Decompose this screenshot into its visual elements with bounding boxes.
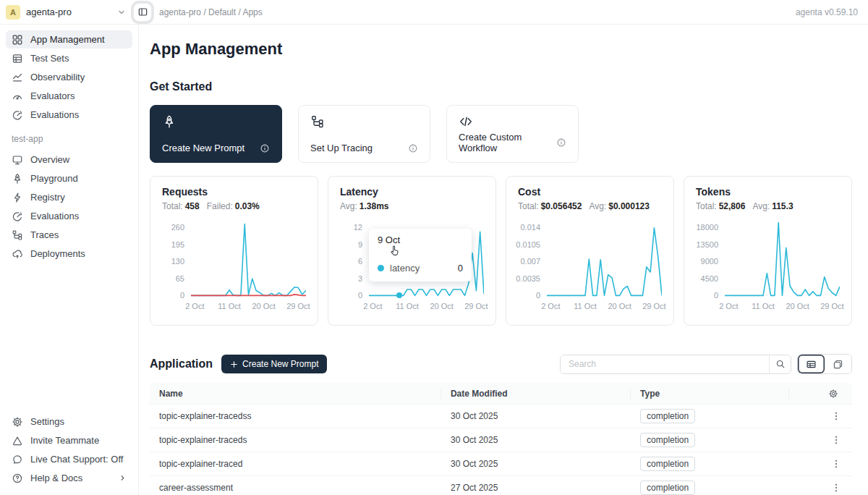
table-row[interactable]: topic-explainer-tracedss 30 Oct 2025 com… — [150, 404, 852, 428]
info-icon[interactable] — [556, 138, 566, 148]
help-icon — [12, 473, 23, 484]
sidebar-item-label: Traces — [30, 229, 59, 240]
sidebar-item-help-docs[interactable]: Help & Docs — [6, 469, 132, 487]
column-header-name[interactable]: Name — [150, 388, 441, 399]
sidebar-item-playground[interactable]: Playground — [6, 169, 132, 187]
view-toggle — [797, 354, 852, 374]
sidebar-item-traces[interactable]: Traces — [6, 226, 132, 244]
y-axis-label: 18000 — [696, 224, 718, 232]
create-new-prompt-card[interactable]: Create New Prompt — [150, 105, 282, 163]
row-menu-icon[interactable] — [829, 481, 843, 495]
tracing-icon — [310, 114, 325, 129]
tokens-line — [725, 223, 840, 296]
card-label: Create Custom Workflow — [459, 132, 556, 153]
date-modified-cell: 30 Oct 2025 — [441, 435, 631, 445]
card-view-button[interactable] — [825, 355, 851, 373]
sidebar-item-label: Settings — [30, 416, 64, 427]
lightning-icon — [12, 192, 23, 203]
chart-plot[interactable] — [725, 221, 840, 297]
column-header-type[interactable]: Type — [631, 388, 788, 399]
chart-title: Latency — [340, 186, 484, 198]
sidebar-item-test-sets[interactable]: Test Sets — [6, 49, 132, 67]
column-settings-gear-icon[interactable] — [826, 386, 841, 401]
create-custom-workflow-card[interactable]: Create Custom Workflow — [446, 105, 579, 163]
code-icon — [459, 114, 473, 129]
type-badge: completion — [640, 457, 695, 471]
info-icon[interactable] — [408, 143, 418, 153]
chat-icon — [12, 454, 23, 465]
rocket-icon — [162, 114, 176, 129]
app-root: A agenta-pro agenta-pro / Default / Apps… — [0, 0, 868, 495]
row-menu-icon[interactable] — [829, 457, 843, 471]
application-title: Application — [150, 358, 213, 371]
requests-chart-card: Requests Total:458 Failed:0.03% 26019513… — [150, 176, 318, 326]
date-modified-cell: 30 Oct 2025 — [441, 411, 631, 421]
y-axis-label: 13500 — [696, 241, 718, 249]
sidebar-item-evaluators[interactable]: Evaluators — [6, 87, 132, 105]
search-button[interactable] — [769, 355, 791, 373]
sidebar-item-live-chat[interactable]: Live Chat Support: Off — [6, 450, 132, 468]
table-row[interactable]: topic-explainer-traced 30 Oct 2025 compl… — [150, 452, 852, 475]
sidebar-item-label: Help & Docs — [30, 473, 82, 483]
info-icon[interactable] — [260, 143, 270, 153]
y-axis-label: 0.007 — [520, 258, 540, 266]
x-axis-label: 11 Oct — [396, 302, 419, 310]
x-axis-label: 29 Oct — [286, 302, 310, 310]
search-box — [560, 355, 791, 374]
branch-icon — [12, 229, 23, 241]
table-header: Name Date Modified Type — [150, 383, 852, 404]
requests-line — [191, 224, 306, 296]
triangle-icon — [12, 435, 23, 447]
y-axis-label: 9000 — [701, 258, 718, 266]
sidebar-item-settings[interactable]: Settings — [6, 412, 132, 431]
column-header-date-modified[interactable]: Date Modified — [441, 388, 631, 399]
sidebar-item-label: Evaluations — [30, 109, 79, 120]
workspace-selector[interactable]: A agenta-pro — [6, 5, 133, 20]
table-view-button[interactable] — [798, 355, 825, 373]
row-menu-icon[interactable] — [829, 433, 843, 447]
sidebar-item-invite-teammate[interactable]: Invite Teammate — [6, 431, 132, 449]
chart-plot[interactable] — [547, 221, 662, 297]
table-row[interactable]: topic-explainer-traceds 30 Oct 2025 comp… — [150, 428, 852, 452]
table-view-icon — [806, 359, 817, 370]
x-axis: 2 Oct11 Oct20 Oct29 Oct — [191, 302, 306, 312]
table-icon — [12, 53, 23, 64]
set-up-tracing-card[interactable]: Set Up Tracing — [298, 105, 430, 163]
y-axis-label: 260 — [171, 224, 184, 232]
table-row[interactable]: career-assessment 27 Oct 2025 completion — [150, 475, 852, 495]
gauge-icon — [12, 90, 23, 102]
chart-title: Cost — [518, 186, 662, 198]
x-axis: 2 Oct11 Oct20 Oct29 Oct — [725, 302, 840, 312]
sidebar-item-evaluations-app[interactable]: Evaluations — [6, 207, 132, 225]
project-label: test-app — [12, 134, 132, 144]
search-input[interactable] — [561, 355, 769, 373]
sidebar-item-overview[interactable]: Overview — [6, 151, 132, 169]
chevron-down-icon — [117, 8, 126, 17]
y-axis: 1800013500900045000 — [696, 221, 725, 297]
create-new-prompt-button[interactable]: Create New Prompt — [221, 355, 327, 373]
y-axis-label: 0 — [358, 292, 362, 300]
sidebar-item-registry[interactable]: Registry — [6, 188, 132, 206]
sidebar-item-observability[interactable]: Observability — [6, 68, 132, 86]
breadcrumb[interactable]: agenta-pro / Default / Apps — [159, 7, 263, 17]
chart-stat: Avg:$0.000123 — [589, 201, 650, 211]
y-axis-label: 0.0105 — [516, 241, 540, 249]
x-axis-label: 20 Oct — [608, 302, 631, 310]
series-dot — [378, 265, 384, 271]
y-axis-label: 0 — [536, 292, 540, 300]
chart-stat: Total:458 — [162, 201, 200, 211]
sidebar-collapse-button[interactable] — [133, 3, 152, 22]
app-name-cell: topic-explainer-traceds — [150, 435, 441, 445]
sidebar-item-app-management[interactable]: App Management — [6, 30, 132, 48]
sidebar-item-evaluations[interactable]: Evaluations — [6, 106, 132, 124]
type-badge: completion — [640, 433, 695, 447]
chart-plot[interactable] — [191, 221, 306, 297]
row-menu-icon[interactable] — [829, 409, 843, 423]
tooltip-series-label: latency — [390, 263, 420, 274]
x-axis-label: 29 Oct — [464, 302, 488, 310]
chart-stat: Total:$0.056452 — [518, 201, 582, 211]
x-axis-label: 2 Oct — [363, 302, 382, 310]
sidebar-item-deployments[interactable]: Deployments — [6, 245, 132, 263]
rocket-icon — [12, 173, 23, 185]
y-axis-label: 3 — [358, 275, 362, 283]
